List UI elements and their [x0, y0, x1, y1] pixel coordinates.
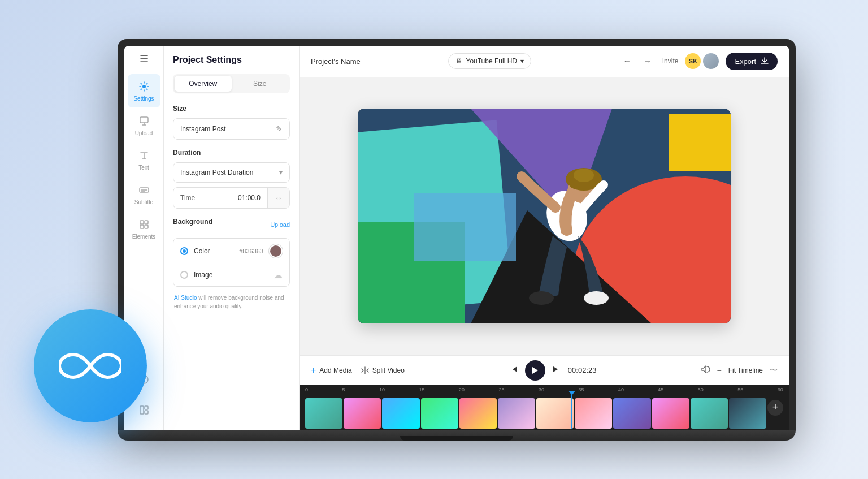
user-initials: SK	[685, 53, 701, 69]
clip-11[interactable]	[691, 398, 728, 429]
tab-size[interactable]: Size	[232, 76, 289, 92]
skip-forward-button[interactable]	[552, 365, 561, 376]
clip-7[interactable]	[536, 398, 574, 429]
timeline-numbers: 0 5 10 15 20 25 30 35 40 45	[305, 387, 783, 392]
svg-rect-1	[140, 117, 148, 123]
clip-6[interactable]	[498, 398, 535, 429]
clip-10[interactable]	[652, 398, 689, 429]
sidebar-item-settings[interactable]: Settings	[128, 74, 160, 107]
project-name: Project's Name	[311, 57, 361, 66]
clip-1[interactable]	[305, 398, 342, 429]
app-layout: ☰ Settings	[124, 46, 789, 430]
upload-cloud-icon[interactable]: ☁	[274, 270, 283, 281]
timeline-controls: + Add Media Split Video	[300, 355, 789, 385]
bg-image-option[interactable]: Image ☁	[173, 264, 289, 286]
video-background	[358, 109, 731, 323]
edit-icon[interactable]: ✎	[276, 124, 283, 133]
subtitle-label: Subtitle	[134, 199, 153, 205]
timeline-clips	[305, 398, 766, 429]
clip-3[interactable]	[382, 398, 419, 429]
playhead-line	[571, 395, 572, 429]
laptop-base	[118, 430, 796, 441]
image-radio[interactable]	[180, 271, 188, 279]
invite-button[interactable]: Invite	[662, 57, 679, 65]
timeline-track: 0 5 10 15 20 25 30 35 40 45	[300, 385, 789, 430]
dropdown-arrow-icon: ▾	[279, 169, 283, 176]
svg-point-23	[574, 169, 594, 182]
upload-icon	[137, 114, 151, 128]
size-input-field[interactable]: Instagram Post ✎	[173, 118, 290, 140]
playhead[interactable]	[568, 391, 575, 429]
plus-icon: +	[311, 365, 316, 376]
play-button[interactable]	[525, 360, 545, 381]
duration-dropdown[interactable]: Instagram Post Duration ▾	[173, 162, 290, 183]
format-label: YouTube Full HD	[466, 57, 517, 65]
format-selector[interactable]: 🖥 YouTube Full HD ▾	[448, 53, 531, 69]
ruler-50: 50	[698, 387, 704, 392]
minus-icon[interactable]: −	[717, 366, 721, 375]
svg-rect-5	[140, 225, 144, 228]
clip-9[interactable]	[613, 398, 650, 429]
sidebar-item-upload[interactable]: Upload	[128, 109, 160, 142]
monitor-icon: 🖥	[455, 57, 462, 65]
split-video-label: Split Video	[372, 366, 405, 374]
split-video-button[interactable]: Split Video	[361, 366, 405, 374]
sidebar-item-subtitle[interactable]: Subtitle	[128, 178, 160, 211]
timeline-ruler: 0 5 10 15 20 25 30 35 40 45	[300, 385, 789, 394]
ruler-30: 30	[539, 387, 544, 392]
sidebar-item-text[interactable]: Text	[128, 143, 160, 176]
add-clip-button[interactable]: +	[767, 400, 783, 416]
panel-title: Project Settings	[173, 55, 290, 65]
fit-timeline-label: Fit Timeline	[728, 366, 763, 374]
app-logo	[34, 309, 147, 422]
redo-button[interactable]: →	[640, 53, 656, 69]
bg-color-option[interactable]: Color #836363	[173, 239, 289, 264]
export-button[interactable]: Export	[726, 53, 778, 70]
svg-rect-6	[145, 225, 148, 228]
settings-label: Settings	[133, 96, 154, 102]
clip-2[interactable]	[344, 398, 381, 429]
clip-4[interactable]	[421, 398, 458, 429]
svg-rect-4	[145, 221, 148, 224]
duration-section-title: Duration	[173, 149, 290, 157]
waveform-icon[interactable]: 〜	[770, 365, 778, 376]
volume-icon[interactable]	[701, 365, 710, 375]
color-hex-value: #836363	[239, 248, 263, 254]
svg-rect-15	[669, 114, 731, 171]
clip-8[interactable]	[575, 398, 612, 429]
top-bar-right: ← → Invite SK Export	[619, 53, 778, 70]
user-avatar-badge: SK	[685, 53, 719, 69]
svg-point-0	[142, 85, 146, 88]
background-upload-link[interactable]: Upload	[270, 221, 290, 228]
undo-button[interactable]: ←	[619, 53, 635, 69]
fit-timeline-button[interactable]: Fit Timeline	[728, 366, 763, 374]
settings-icon	[137, 80, 151, 93]
video-area	[300, 77, 789, 355]
time-label: Time	[173, 188, 231, 208]
skip-back-button[interactable]	[509, 365, 518, 376]
clip-12[interactable]	[729, 398, 766, 429]
text-label: Text	[138, 165, 149, 171]
image-label: Image	[194, 271, 268, 279]
laptop-device: ☰ Settings	[118, 39, 796, 441]
tab-overview[interactable]: Overview	[175, 76, 232, 92]
upload-label: Upload	[135, 130, 153, 136]
background-header: Background Upload	[173, 218, 290, 231]
size-value: Instagram Post	[180, 125, 226, 133]
ruler-35: 35	[578, 387, 584, 392]
color-radio[interactable]	[180, 247, 188, 255]
format-chevron-icon: ▾	[520, 57, 524, 65]
clip-5[interactable]	[459, 398, 497, 429]
laptop-screen: ☰ Settings	[124, 46, 789, 430]
ruler-40: 40	[618, 387, 624, 392]
color-label: Color	[194, 247, 233, 255]
ruler-55: 55	[737, 387, 743, 392]
color-swatch[interactable]	[269, 244, 283, 258]
ruler-0: 0	[305, 387, 308, 392]
background-options: Color #836363 Image ☁	[173, 238, 290, 287]
time-arrows-icon[interactable]: ↔	[267, 188, 289, 208]
menu-icon[interactable]: ☰	[140, 53, 149, 65]
text-icon	[137, 149, 151, 162]
sidebar-item-elements[interactable]: Elements	[128, 212, 160, 245]
add-media-button[interactable]: + Add Media	[311, 365, 352, 376]
